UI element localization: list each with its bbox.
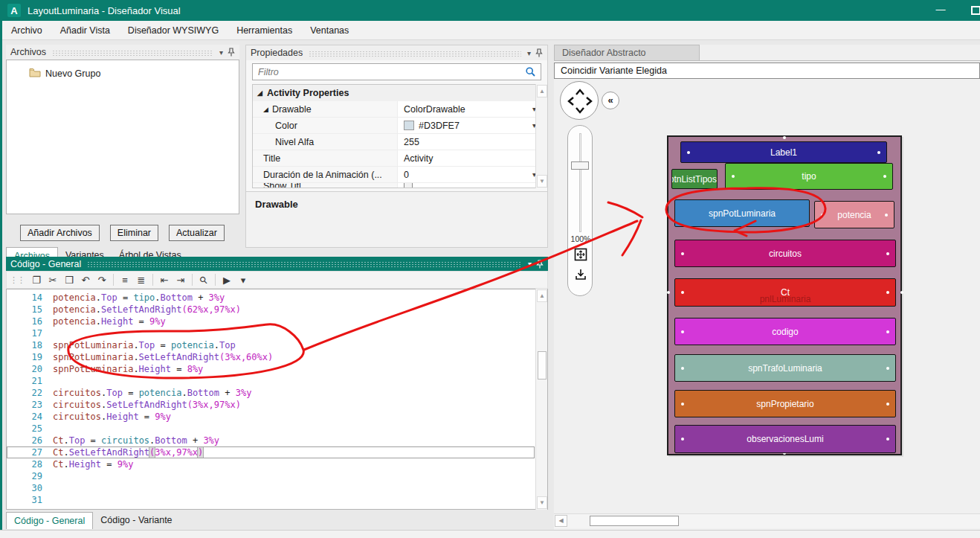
- code-line-17[interactable]: 17: [7, 327, 547, 339]
- property-value[interactable]: 255: [398, 134, 541, 150]
- filter-input[interactable]: [253, 67, 525, 77]
- block-spnpropietario[interactable]: spnPropietario: [674, 390, 896, 417]
- property-value[interactable]: Activity: [398, 150, 541, 166]
- format-document-icon[interactable]: ≡: [117, 272, 132, 287]
- scrollbar-thumb[interactable]: [538, 351, 547, 380]
- code-line-14[interactable]: 14potencia.Top = tipo.Bottom + 3%y: [7, 292, 547, 304]
- code-line-21[interactable]: 21: [7, 375, 547, 387]
- menu-item-herramientas[interactable]: Herramientas: [228, 22, 301, 39]
- pin-icon[interactable]: [536, 260, 544, 269]
- property-value[interactable]: ColorDrawable▾: [398, 101, 541, 117]
- zoom-slider-track[interactable]: [579, 133, 581, 232]
- toolbar-grip[interactable]: ⋮⋮: [10, 275, 25, 285]
- pan-navigation-pad[interactable]: [560, 81, 599, 120]
- scroll-down-button[interactable]: ▼: [537, 496, 547, 509]
- maximize-button[interactable]: [971, 6, 980, 15]
- a-adir-archivos-button[interactable]: Añadir Archivos: [20, 225, 100, 241]
- canvas-handle[interactable]: [783, 136, 786, 139]
- format-selection-icon[interactable]: ≣: [134, 272, 149, 287]
- block-potencia[interactable]: potencia: [814, 201, 894, 228]
- tree-item-nuevo-grupo[interactable]: Nuevo Grupo: [7, 66, 239, 81]
- property-value[interactable]: #D3DFE7▾: [398, 118, 541, 133]
- increase-indent-icon[interactable]: ⇥: [173, 272, 188, 287]
- abstract-layout-canvas[interactable]: Label1btnListTipostipospnPotLuminariapot…: [667, 135, 902, 455]
- checkbox[interactable]: [404, 183, 413, 188]
- pin-icon[interactable]: [535, 48, 543, 57]
- code-line-24[interactable]: 24circuitos.Height = 9%y: [7, 411, 547, 423]
- property-label-text: Title: [263, 153, 280, 164]
- fit-to-screen-button[interactable]: [573, 247, 588, 262]
- tab-c-digo-general[interactable]: Código - General: [6, 512, 93, 529]
- block-codigo[interactable]: codigo: [674, 318, 896, 345]
- block-label1[interactable]: Label1: [680, 141, 887, 163]
- code-line-25[interactable]: 25: [7, 423, 547, 435]
- panel-menu-icon[interactable]: ▾: [528, 260, 532, 268]
- search-icon[interactable]: ⚲: [196, 272, 211, 287]
- code-line-16[interactable]: 16potencia.Height = 9%y: [7, 316, 547, 327]
- scroll-left-button[interactable]: ◀: [555, 515, 567, 527]
- eliminar-button[interactable]: Eliminar: [110, 225, 158, 241]
- selection-handle: [687, 151, 690, 154]
- scroll-up-button[interactable]: ▲: [537, 85, 547, 97]
- collapse-panel-button[interactable]: «: [602, 92, 619, 109]
- minimize-button[interactable]: —: [931, 3, 950, 18]
- code-line-26[interactable]: 26Ct.Top = circuitos.Bottom + 3%y: [7, 435, 547, 446]
- variant-match-bar[interactable]: Coincidir Variante Elegida: [554, 63, 980, 79]
- export-layout-button[interactable]: [573, 267, 588, 282]
- file-tree[interactable]: Nuevo Grupo: [6, 60, 239, 214]
- selection-handle: [886, 438, 889, 441]
- scrollbar-thumb[interactable]: [590, 516, 679, 526]
- properties-scrollbar[interactable]: ▲ ▼: [535, 84, 547, 188]
- code-scrollbar[interactable]: ▲ ▼: [535, 289, 547, 510]
- code-line-18[interactable]: 18spnPotLuminaria.Top = potencia.Top: [7, 339, 547, 351]
- overflow-icon[interactable]: ▾: [236, 272, 251, 287]
- actualizar-button[interactable]: Actualizar: [169, 225, 225, 241]
- code-line-15[interactable]: 15potencia.SetLeftAndRight(62%x,97%x): [7, 304, 547, 316]
- menu-item-dise-ador-wysiwyg[interactable]: Diseñador WYSIWYG: [119, 22, 228, 39]
- tab-c-digo-variante[interactable]: Código - Variante: [93, 512, 179, 528]
- code-line-27[interactable]: 27Ct.SetLeftAndRight(3%x,97%x): [7, 446, 535, 458]
- scroll-down-button[interactable]: ▼: [537, 175, 547, 188]
- property-value[interactable]: 0▾: [398, 167, 541, 182]
- expander-icon[interactable]: ◢: [257, 89, 262, 97]
- block-observacioneslumi[interactable]: observacionesLumi: [674, 425, 896, 453]
- code-line-28[interactable]: 28Ct.Height = 9%y: [7, 458, 547, 470]
- scroll-up-button[interactable]: ▲: [537, 289, 547, 302]
- code-editor[interactable]: 14potencia.Top = tipo.Bottom + 3%y15pote…: [6, 289, 548, 510]
- code-line-29[interactable]: 29: [7, 470, 547, 482]
- block-spnpotluminaria[interactable]: spnPotLuminaria: [674, 199, 810, 227]
- undo-icon[interactable]: ↶: [78, 272, 93, 287]
- block-ct[interactable]: pnlLuminariaCt: [674, 278, 896, 307]
- tab-disenador-abstracto[interactable]: Diseñador Abstracto: [554, 45, 700, 60]
- code-line-23[interactable]: 23circuitos.SetLeftAndRight(3%x,97%x): [7, 399, 547, 411]
- code-line-19[interactable]: 19spnPotLuminaria.SetLeftAndRight(3%x,60…: [7, 351, 547, 363]
- property-group-row[interactable]: ◢ Activity Properties: [253, 85, 541, 101]
- copy-icon[interactable]: ❐: [29, 272, 44, 287]
- expander-icon[interactable]: ◢: [263, 106, 268, 113]
- decrease-indent-icon[interactable]: ⇤: [157, 272, 172, 287]
- property-value[interactable]: [398, 183, 541, 188]
- code-line-22[interactable]: 22circuitos.Top = potencia.Bottom + 3%y: [7, 387, 547, 399]
- block-circuitos[interactable]: circuitos: [674, 240, 896, 267]
- code-line-31[interactable]: 31: [7, 494, 547, 506]
- pin-icon[interactable]: [228, 48, 235, 57]
- run-icon[interactable]: ▶: [219, 272, 234, 287]
- cut-icon[interactable]: ✂: [45, 272, 60, 287]
- panel-menu-icon[interactable]: ▾: [527, 49, 531, 57]
- panel-menu-icon[interactable]: ▾: [219, 48, 223, 57]
- redo-icon[interactable]: ↷: [94, 272, 109, 287]
- code-line-30[interactable]: 30: [7, 482, 547, 494]
- paste-icon[interactable]: ❒: [62, 272, 77, 287]
- panel-header-texture: [87, 260, 522, 267]
- block-spntrafoluminaria[interactable]: spnTrafoLuminaria: [674, 354, 896, 382]
- code-line-20[interactable]: 20spnPotLuminaria.Height = 8%y: [7, 363, 547, 375]
- menu-item-ventanas[interactable]: Ventanas: [301, 22, 358, 39]
- block-btnlisttipos[interactable]: btnListTipos: [671, 169, 718, 189]
- menu-item-a-adir-vista[interactable]: Añadir Vista: [51, 22, 119, 39]
- code-token: Height: [69, 459, 101, 470]
- designer-hscrollbar[interactable]: ◀: [554, 513, 980, 528]
- block-tipo[interactable]: tipo: [725, 163, 893, 190]
- zoom-slider-thumb[interactable]: [571, 161, 589, 170]
- menu-item-archivo[interactable]: Archivo: [2, 22, 51, 39]
- code-token: Bottom: [187, 388, 219, 398]
